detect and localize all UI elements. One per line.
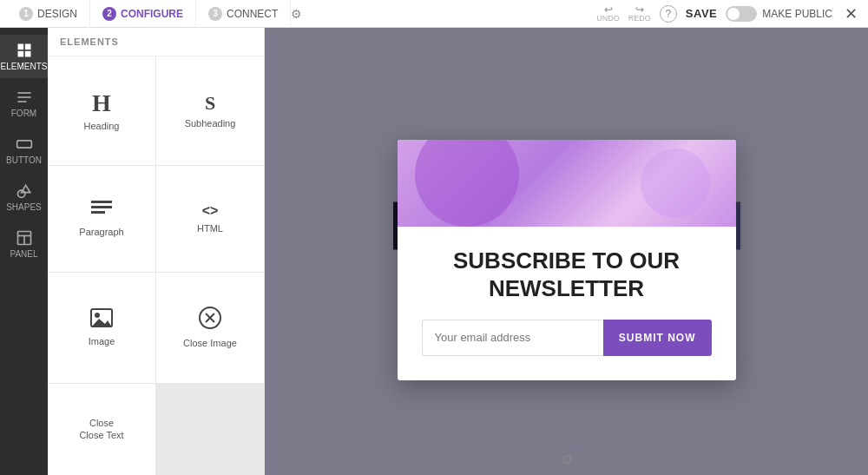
submit-button[interactable]: SUBMIT NOW [603, 320, 712, 356]
svg-rect-6 [17, 101, 26, 102]
svg-rect-3 [24, 51, 30, 57]
close-image-icon [199, 307, 221, 333]
sidebar-item-elements[interactable]: ELEMENTS [0, 35, 48, 78]
step-num-2: 2 [102, 7, 116, 21]
close-text-label: Close Text [79, 430, 123, 440]
undo-label: UNDO [596, 15, 620, 23]
html-label: HTML [197, 223, 223, 234]
svg-rect-13 [91, 201, 112, 203]
element-image[interactable]: Image [48, 273, 155, 383]
svg-rect-14 [91, 206, 112, 208]
toggle-switch[interactable] [726, 6, 757, 22]
element-close-image[interactable]: Close Image [156, 273, 264, 383]
shapes-label: SHAPES [6, 202, 42, 212]
step-label-configure: CONFIGURE [121, 8, 183, 20]
elements-grid: H Heading S Subheading Paragraph <> HTML [48, 56, 264, 475]
form-label: FORM [11, 109, 36, 118]
subheading-label: Subheading [185, 118, 236, 129]
modal-title-line1: SUBSCRIBE TO OUR [453, 247, 680, 274]
email-input[interactable] [422, 320, 603, 356]
sidebar-item-form[interactable]: FORM [0, 82, 48, 125]
make-public-toggle[interactable]: MAKE PUBLIC [726, 6, 832, 22]
make-public-label: MAKE PUBLIC [762, 8, 832, 20]
nav-step-connect[interactable]: 3 CONNECT [196, 0, 291, 28]
element-paragraph[interactable]: Paragraph [48, 166, 155, 271]
modal-popup: ✕ SUBSCRIBE TO OUR NEWSLETTER SUBMIT NOW [398, 140, 736, 379]
save-button[interactable]: SAVE [686, 7, 717, 20]
paragraph-icon [91, 201, 112, 221]
sidebar-item-button[interactable]: BUTTON [0, 129, 48, 172]
settings-gear-icon: ⚙ [561, 452, 573, 467]
heading-label: Heading [84, 121, 120, 131]
svg-rect-2 [17, 51, 23, 57]
main-area: ELEMENTS FORM BUTTON SHAPES PANEL ELEMEN… [0, 28, 868, 475]
redo-button[interactable]: ↪ REDO [628, 4, 651, 23]
svg-marker-9 [21, 185, 30, 192]
modal-title-line2: NEWSLETTER [489, 275, 644, 301]
modal-header [398, 140, 736, 227]
nav-step-design[interactable]: 1 DESIGN [7, 0, 90, 28]
canvas-settings-gear[interactable]: ⚙ [561, 452, 573, 468]
form-icon [16, 89, 33, 106]
svg-rect-5 [17, 96, 30, 98]
close-label: Close [89, 418, 114, 428]
help-button[interactable]: ? [660, 5, 677, 23]
svg-marker-18 [91, 319, 112, 327]
element-subheading[interactable]: S Subheading [156, 56, 264, 165]
step-label-connect: CONNECT [227, 8, 278, 20]
nav-steps: 1 DESIGN 2 CONFIGURE 3 CONNECT ⚙ [7, 0, 302, 28]
subheading-icon: S [205, 94, 215, 113]
element-close-closetext[interactable]: Close Close Text [48, 384, 155, 475]
undo-button[interactable]: ↩ UNDO [596, 4, 620, 23]
panel-icon [16, 229, 33, 247]
step-num-1: 1 [19, 7, 33, 21]
elements-panel-title: ELEMENTS [48, 28, 264, 56]
elements-icon [16, 42, 33, 59]
nav-step-configure[interactable]: 2 CONFIGURE [90, 0, 196, 28]
step-label-design: DESIGN [37, 8, 77, 20]
image-icon [90, 308, 113, 331]
icon-sidebar: ELEMENTS FORM BUTTON SHAPES PANEL [0, 28, 48, 475]
top-nav: 1 DESIGN 2 CONFIGURE 3 CONNECT ⚙ ↩ UNDO … [0, 0, 868, 28]
svg-point-17 [95, 313, 100, 318]
svg-rect-0 [17, 44, 23, 50]
elements-panel: ELEMENTS H Heading S Subheading Paragrap… [48, 28, 265, 475]
help-label: ? [666, 8, 672, 20]
modal-body: SUBSCRIBE TO OUR NEWSLETTER SUBMIT NOW [398, 227, 736, 379]
shapes-icon [16, 182, 33, 200]
modal-form: SUBMIT NOW [422, 320, 712, 356]
toggle-knob [727, 8, 740, 20]
image-label: Image [89, 336, 115, 346]
elements-label: ELEMENTS [1, 62, 48, 71]
paragraph-label: Paragraph [79, 227, 123, 237]
element-html[interactable]: <> HTML [156, 166, 264, 271]
html-icon: <> [202, 204, 219, 218]
sidebar-item-shapes[interactable]: SHAPES [0, 175, 48, 219]
svg-rect-15 [91, 211, 105, 214]
svg-rect-7 [16, 141, 31, 148]
close-editor-button[interactable]: ✕ [841, 4, 861, 23]
button-label: BUTTON [6, 155, 42, 165]
heading-icon: H [92, 91, 111, 115]
svg-rect-1 [24, 44, 30, 50]
settings-gear-button[interactable]: ⚙ [291, 7, 302, 21]
element-heading[interactable]: H Heading [48, 56, 155, 165]
nav-right: ↩ UNDO ↪ REDO ? SAVE MAKE PUBLIC ✕ [596, 4, 861, 23]
sidebar-item-panel[interactable]: PANEL [0, 222, 48, 266]
close-image-label: Close Image [183, 338, 237, 348]
panel-label: PANEL [10, 249, 37, 259]
svg-rect-4 [17, 92, 30, 94]
step-num-3: 3 [208, 7, 222, 21]
button-icon [16, 135, 33, 153]
modal-title: SUBSCRIBE TO OUR NEWSLETTER [422, 247, 712, 301]
redo-label: REDO [628, 15, 651, 23]
canvas-area: JOIN THE ELITE CLUB ✕ SUBSCRIBE TO OUR N… [265, 28, 868, 475]
